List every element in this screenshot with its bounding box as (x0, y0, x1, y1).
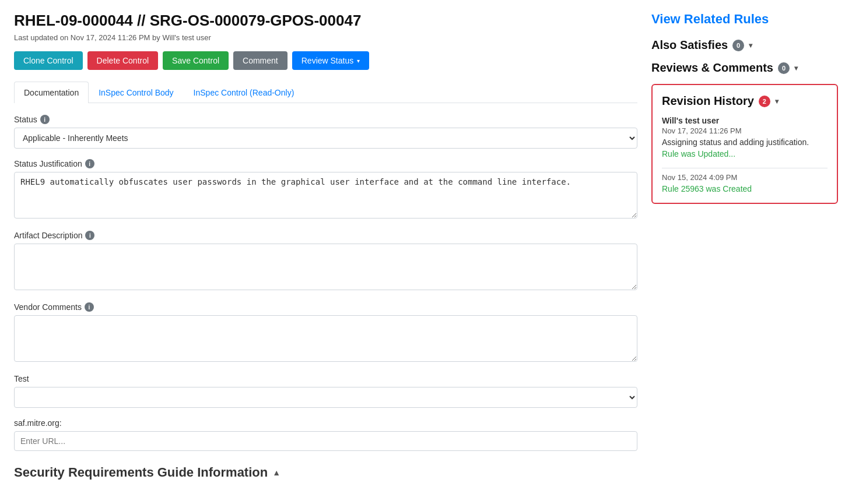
revision-desc-0: Assigning status and adding justificatio… (662, 138, 828, 147)
reviews-comments-caret-icon: ▾ (794, 64, 798, 72)
artifact-description-info-icon[interactable]: i (85, 231, 94, 240)
revision-link-0[interactable]: Rule was Updated... (662, 149, 735, 158)
revision-history-label: Revision History (662, 94, 754, 108)
save-control-button[interactable]: Save Control (163, 51, 229, 70)
clone-control-button[interactable]: Clone Control (14, 51, 83, 70)
revision-link-1[interactable]: Rule 25963 was Created (662, 184, 752, 193)
test-section: Test (14, 374, 637, 408)
review-status-button[interactable]: Review Status ▾ (292, 51, 369, 70)
tab-inspec-control-body[interactable]: InSpec Control Body (89, 82, 183, 103)
status-justification-textarea[interactable]: RHEL9 automatically obfuscates user pass… (14, 172, 637, 218)
saf-url-input[interactable] (14, 431, 637, 451)
also-satisfies-label: Also Satisfies (651, 38, 728, 52)
status-info-icon[interactable]: i (40, 115, 50, 124)
artifact-description-section: Artifact Description i (14, 231, 637, 292)
revision-entry-0: Will's test user Nov 17, 2024 11:26 PM A… (662, 116, 828, 158)
revision-entry-1: Nov 15, 2024 4:09 PM Rule 25963 was Crea… (662, 173, 828, 193)
saf-section: saf.mitre.org: (14, 418, 637, 451)
toolbar: Clone Control Delete Control Save Contro… (14, 51, 637, 70)
also-satisfies-section: Also Satisfies 0 ▾ (651, 38, 838, 52)
reviews-comments-header[interactable]: Reviews & Comments 0 ▾ (651, 61, 838, 75)
vendor-comments-section: Vendor Comments i (14, 302, 637, 364)
revision-history-header[interactable]: Revision History 2 ▾ (662, 94, 828, 108)
revision-history-box: Revision History 2 ▾ Will's test user No… (651, 84, 838, 204)
reviews-comments-badge: 0 (778, 62, 790, 74)
revision-history-caret-icon: ▾ (775, 97, 779, 105)
main-content: RHEL-09-000044 // SRG-OS-000079-GPOS-000… (14, 12, 637, 480)
test-select[interactable] (14, 387, 637, 408)
status-label: Status i (14, 115, 637, 124)
revision-date-1: Nov 15, 2024 4:09 PM (662, 173, 828, 182)
revision-date-0: Nov 17, 2024 11:26 PM (662, 126, 828, 135)
sidebar: View Related Rules Also Satisfies 0 ▾ Re… (651, 12, 838, 480)
also-satisfies-caret-icon: ▾ (749, 41, 752, 50)
vendor-comments-textarea[interactable] (14, 315, 637, 362)
test-label: Test (14, 374, 637, 383)
revision-divider (662, 168, 828, 168)
revision-user-0: Will's test user (662, 116, 828, 125)
status-section: Status i Applicable - Inherently Meets A… (14, 115, 637, 149)
status-select[interactable]: Applicable - Inherently Meets Applicable… (14, 128, 637, 149)
status-justification-section: Status Justification i RHEL9 automatical… (14, 159, 637, 220)
page-title: RHEL-09-000044 // SRG-OS-000079-GPOS-000… (14, 12, 637, 30)
reviews-comments-label: Reviews & Comments (651, 61, 773, 75)
tab-inspec-control-readonly[interactable]: InSpec Control (Read-Only) (184, 82, 304, 103)
comment-button[interactable]: Comment (233, 51, 287, 70)
security-requirements-heading: Security Requirements Guide Information … (14, 465, 637, 480)
vendor-comments-label: Vendor Comments i (14, 302, 637, 312)
delete-control-button[interactable]: Delete Control (87, 51, 159, 70)
status-justification-info-icon[interactable]: i (85, 159, 94, 168)
view-related-rules-link[interactable]: View Related Rules (651, 12, 838, 27)
tab-documentation[interactable]: Documentation (14, 82, 89, 103)
also-satisfies-header[interactable]: Also Satisfies 0 ▾ (651, 38, 838, 52)
status-justification-label: Status Justification i (14, 159, 637, 168)
last-updated: Last updated on Nov 17, 2024 11:26 PM by… (14, 33, 637, 42)
review-status-label: Review Status (301, 56, 353, 65)
review-status-caret-icon: ▾ (357, 58, 360, 64)
artifact-description-textarea[interactable] (14, 244, 637, 290)
also-satisfies-badge: 0 (732, 40, 744, 51)
reviews-comments-section: Reviews & Comments 0 ▾ (651, 61, 838, 75)
security-sort-icon[interactable]: ▲ (272, 468, 281, 477)
artifact-description-label: Artifact Description i (14, 231, 637, 240)
tab-bar: Documentation InSpec Control Body InSpec… (14, 82, 637, 103)
revision-history-badge: 2 (759, 96, 770, 107)
vendor-comments-info-icon[interactable]: i (85, 302, 94, 312)
saf-label: saf.mitre.org: (14, 418, 637, 428)
